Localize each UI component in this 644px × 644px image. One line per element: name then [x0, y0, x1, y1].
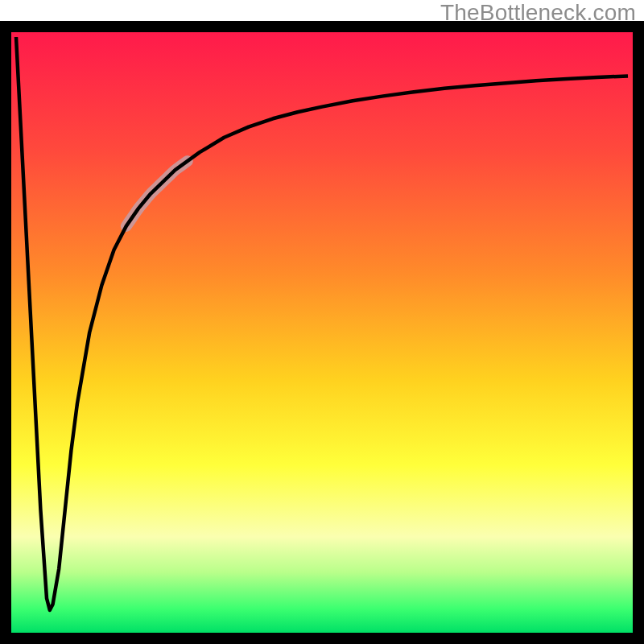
plot-background	[11, 32, 633, 633]
attribution-text: TheBottleneck.com	[440, 0, 636, 26]
bottleneck-chart	[0, 0, 644, 644]
